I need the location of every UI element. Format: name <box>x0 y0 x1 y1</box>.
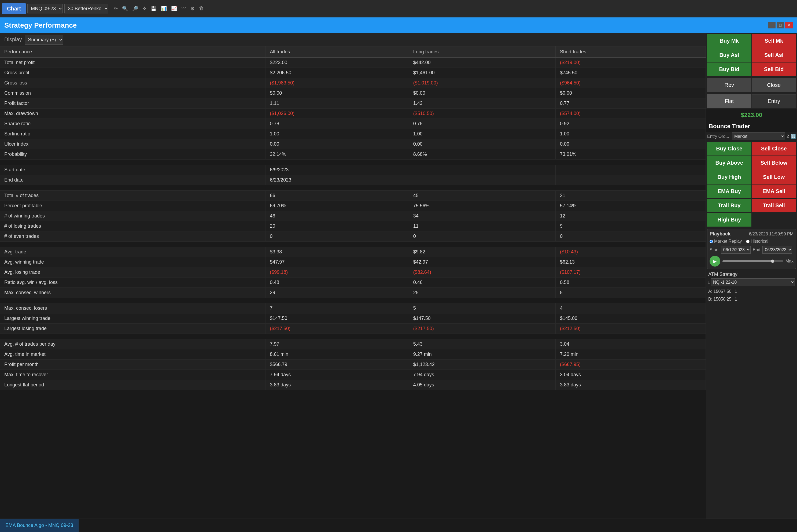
atm-instrument-select[interactable]: NQ -1 22-10 <box>710 278 795 286</box>
row-all-value: 20 <box>265 221 409 231</box>
table-section-spacer <box>0 298 706 303</box>
buy-bid-button[interactable]: Buy Bid <box>707 62 752 76</box>
atm-value-b: B: 15050.25 1 <box>708 296 795 303</box>
sell-bid-button[interactable]: Sell Bid <box>752 62 796 76</box>
playback-title: Playback <box>709 231 730 237</box>
progress-bar[interactable] <box>722 260 783 262</box>
ema-buy-button[interactable]: EMA Buy <box>707 185 752 198</box>
high-buy-button[interactable]: High Buy <box>707 213 752 227</box>
playback-modes: Market Replay Historical <box>709 239 794 244</box>
start-date-select[interactable]: 06/12/2023 <box>721 246 751 254</box>
end-date-select[interactable]: 06/23/2023 <box>762 246 792 254</box>
sell-asl-button[interactable]: Sell Asl <box>752 48 796 62</box>
play-button[interactable]: ▶ <box>709 256 720 267</box>
close-button[interactable]: Close <box>752 78 796 92</box>
table-section-spacer <box>0 185 706 191</box>
sell-mk-button[interactable]: Sell Mk <box>752 34 796 48</box>
row-short-value: 3.83 days <box>555 380 705 390</box>
row-all-value: 6/9/2023 <box>265 165 409 175</box>
row-label: # of losing trades <box>0 221 265 231</box>
row-long-value: 7.94 days <box>409 370 555 380</box>
trail-sell-button[interactable]: Trail Sell <box>752 199 796 212</box>
sell-low-button[interactable]: Sell Low <box>752 170 796 184</box>
performance-table-panel: Display Summary ($) Performance All trad… <box>0 33 706 532</box>
row-label: Total # of trades <box>0 191 265 201</box>
row-all-value: ($217.50) <box>265 324 409 334</box>
row-label: Avg. # of trades per day <box>0 339 265 349</box>
row-long-value: $1,461.00 <box>409 68 555 78</box>
row-short-value: 0.58 <box>555 278 705 288</box>
row-short-value: ($219.00) <box>555 58 705 68</box>
row-all-value: 32.14% <box>265 149 409 159</box>
flat-button[interactable]: Flat <box>707 94 752 108</box>
atm-a-value: 15057.50 <box>714 289 732 293</box>
buy-high-button[interactable]: Buy High <box>707 170 752 184</box>
market-replay-option[interactable]: Market Replay <box>709 239 742 244</box>
row-label: # of winning trades <box>0 211 265 221</box>
display-bar: Display Summary ($) <box>0 33 706 46</box>
row-short-value: $145.00 <box>555 314 705 324</box>
playback-header: Playback 6/23/2023 11:59:59 PM <box>709 231 794 237</box>
pnl-display: $223.00 <box>706 109 797 121</box>
row-label: End date <box>0 175 265 185</box>
minimize-button[interactable]: _ <box>768 22 776 28</box>
row-short-value: 5 <box>555 288 705 298</box>
bar-chart-icon[interactable]: 📊 <box>159 4 168 13</box>
sell-close-button[interactable]: Sell Close <box>752 142 796 155</box>
crosshair-icon[interactable]: ✛ <box>141 4 148 13</box>
table-row: Ratio avg. win / avg. loss0.480.460.58 <box>0 278 706 288</box>
col-all-trades: All trades <box>265 46 409 58</box>
buy-above-button[interactable]: Buy Above <box>707 156 752 170</box>
ema-sell-button[interactable]: EMA Sell <box>752 185 796 198</box>
atm-info-row: ℹ NQ -1 22-10 <box>708 278 795 286</box>
historical-radio[interactable] <box>746 240 749 243</box>
chart-type-select[interactable]: 30 BetterRenko <box>64 4 108 14</box>
table-row: Avg. losing trade($99.18)($82.64)($107.1… <box>0 267 706 278</box>
row-all-value: $147.50 <box>265 314 409 324</box>
market-replay-radio[interactable] <box>709 240 713 243</box>
save-icon[interactable]: 💾 <box>149 4 158 13</box>
row-all-value: 0.78 <box>265 119 409 129</box>
buy-mk-button[interactable]: Buy Mk <box>707 34 752 48</box>
chart-tab[interactable]: Chart <box>2 3 26 14</box>
zoom-in-icon[interactable]: 🔍 <box>120 4 130 13</box>
row-label: Gross profit <box>0 68 265 78</box>
rev-button[interactable]: Rev <box>707 78 752 92</box>
table-row: Probability32.14%8.68%73.01% <box>0 149 706 159</box>
row-long-value: 25 <box>409 288 555 298</box>
calc-icon[interactable]: 🔢 <box>791 134 796 139</box>
line-chart-icon[interactable]: 📈 <box>170 4 178 13</box>
col-performance: Performance <box>0 46 265 58</box>
row-all-value: $0.00 <box>265 88 409 98</box>
row-long-value: ($217.50) <box>409 324 555 334</box>
sell-below-button[interactable]: Sell Below <box>752 156 796 170</box>
draw-tool-icon[interactable]: ✏ <box>112 4 119 13</box>
historical-option[interactable]: Historical <box>746 239 768 244</box>
table-section-spacer <box>0 159 706 165</box>
display-select[interactable]: Summary ($) <box>25 35 63 44</box>
close-button[interactable]: ✕ <box>785 22 793 28</box>
row-label: Max. time to recover <box>0 370 265 380</box>
entry-button[interactable]: Entry <box>752 94 796 108</box>
entry-ord-select[interactable]: Market <box>732 132 785 140</box>
row-short-value: ($964.50) <box>555 78 705 88</box>
performance-table-scroll[interactable]: Performance All trades Long trades Short… <box>0 46 706 532</box>
bottom-tab[interactable]: EMA Bounce Algo - MNQ 09-23 <box>0 519 79 532</box>
table-row: # of winning trades463412 <box>0 211 706 221</box>
row-label: Start date <box>0 165 265 175</box>
row-label: Max. consec. losers <box>0 303 265 314</box>
table-row: Gross profit$2,206.50$1,461.00$745.50 <box>0 68 706 78</box>
zoom-out-icon[interactable]: 🔎 <box>131 4 140 13</box>
settings-icon[interactable]: ⚙ <box>189 4 196 13</box>
row-all-value: 66 <box>265 191 409 201</box>
strategy-title: Strategy Performance <box>4 21 77 30</box>
delete-icon[interactable]: 🗑 <box>197 4 205 13</box>
row-long-value <box>409 165 555 175</box>
table-row: Percent profitable69.70%75.56%57.14% <box>0 201 706 211</box>
buy-close-button[interactable]: Buy Close <box>707 142 752 155</box>
restore-button[interactable]: □ <box>777 22 784 28</box>
indicator-icon[interactable]: 〰 <box>180 4 188 13</box>
instrument-select[interactable]: MNQ 09-23 <box>27 4 63 14</box>
buy-asl-button[interactable]: Buy Asl <box>707 48 752 62</box>
trail-buy-button[interactable]: Trail Buy <box>707 199 752 212</box>
